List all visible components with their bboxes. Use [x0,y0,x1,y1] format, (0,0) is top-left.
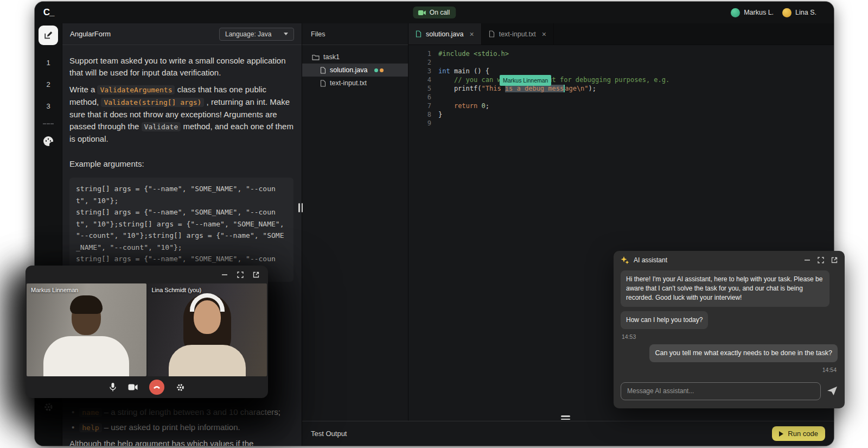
bullet-marker: • [72,421,74,434]
sparkle-icon [621,256,629,264]
timestamp: 14:54 [622,367,837,373]
collaborator-cursor-label: Markus Linneman [500,75,551,86]
topbar: C_ On call Markus L. Lina S. [35,2,834,23]
gear-icon [43,402,54,412]
user-name: Markus L. [744,9,774,16]
language-select-value: Language: Java [225,30,271,38]
file-icon [489,30,495,37]
bottom-bar: Test Output Run code [302,421,834,446]
test-output-label[interactable]: Test Output [311,430,347,438]
argument-list-item: • name – a string of length between 3 an… [72,406,293,419]
tab-text-input-txt[interactable]: text-input.txt × [482,23,554,45]
run-code-button[interactable]: Run code [772,426,825,441]
video-feed-markus: Markus Linneman [27,283,146,376]
close-icon[interactable]: × [542,30,546,38]
task-paragraph: Support team asked you to write a small … [69,55,293,79]
inline-code: Validate(string[] args) [101,98,204,107]
user-message: Can you tell me what exactly needs to be… [649,344,838,362]
play-icon [779,431,783,437]
timestamp: 14:53 [622,333,837,340]
file-icon [416,30,422,37]
files-panel: Files task1 solution.java [302,23,409,421]
tab-solution-java[interactable]: solution.java × [409,23,482,45]
mic-button[interactable] [109,382,117,392]
files-header: Files [302,23,408,45]
task-title: AngularForm [70,30,111,38]
headphones [190,293,225,312]
avatar [782,8,792,17]
tab-label: text-input.txt [499,30,536,38]
open-in-new-icon[interactable] [831,257,838,263]
file-name: text-input.txt [330,79,367,87]
camera-button[interactable] [128,384,138,390]
run-code-label: Run code [788,430,818,438]
folder-icon [312,54,320,60]
panel-resize-handle-horizontal[interactable] [561,415,570,420]
palette-icon [43,136,53,146]
call-feeds: Markus Linneman Lina Schmidt (you) [25,283,268,376]
step-2-button[interactable]: 2 [35,80,62,89]
step-1-button[interactable]: 1 [35,59,62,67]
assistant-message: How can I help you today? [621,311,708,329]
participant-name: Markus Linneman [31,287,78,293]
edit-icon [43,30,53,40]
editor-tabbar: solution.java × text-input.txt × [409,23,834,45]
close-icon[interactable]: × [470,30,474,38]
rail-divider [43,123,54,124]
camera-icon [128,384,138,390]
app-logo: C_ [35,7,62,18]
ai-assistant-panel: AI assistant Hi there! I'm your AI assis… [614,251,845,408]
theme-button[interactable] [43,136,53,146]
call-settings-button[interactable] [176,383,185,392]
participant-name: Lina Schmidt (you) [152,287,202,293]
on-call-badge: On call [413,7,456,18]
minimize-icon[interactable] [221,272,228,278]
hang-up-icon [153,385,161,389]
ai-title: AI assistant [634,256,667,264]
ai-message-list: Hi there! I'm your AI assistant, here to… [614,269,845,379]
fullscreen-icon[interactable] [237,272,244,278]
inline-code: Validate [142,122,181,131]
panel-resize-handle-vertical[interactable] [298,203,303,212]
file-icon [320,67,326,74]
open-in-new-icon[interactable] [253,272,259,278]
inline-code: ValidateArguments [97,85,175,94]
user-chip-markus[interactable]: Markus L. [731,8,774,17]
task-paragraph: Write a ValidateArguments class that has… [69,84,293,145]
minimize-icon[interactable] [804,257,810,263]
assistant-message: Hi there! I'm your AI assistant, here to… [621,270,829,307]
send-button[interactable] [827,386,838,396]
call-controls [25,376,268,398]
gear-icon [176,383,185,392]
topbar-users: Markus L. Lina S. [731,8,834,17]
task-header: AngularForm Language: Java [62,23,302,45]
task-description-button[interactable] [39,26,58,45]
tree-file-text-input-txt[interactable]: text-input.txt [302,77,408,90]
task-paragraph-clipped: Although the help argument has which val… [69,438,293,446]
video-camera-icon [418,10,426,16]
inline-code: help [79,423,101,432]
inline-code: name [79,408,101,417]
example-label: Example arguments: [69,158,293,170]
file-name: solution.java [330,66,368,74]
tab-label: solution.java [426,30,464,38]
ai-window-controls [804,257,838,263]
language-select[interactable]: Language: Java [219,28,294,41]
file-tree: task1 solution.java text-input.txt [302,45,408,90]
file-icon [320,80,326,87]
hang-up-button[interactable] [149,380,164,395]
folder-name: task1 [323,53,340,61]
tree-folder-task1[interactable]: task1 [302,51,408,64]
video-call-window: Markus Linneman Lina Schmidt (you) [25,266,268,398]
step-3-button[interactable]: 3 [35,102,62,110]
call-titlebar [25,266,268,283]
ai-input-row [614,379,845,408]
bullet-marker: • [72,406,74,419]
user-chip-lina[interactable]: Lina S. [782,8,816,17]
mic-icon [109,382,117,392]
ai-message-input[interactable] [621,382,821,400]
collaborator-presence-dots [374,68,384,72]
fullscreen-icon[interactable] [818,257,824,263]
tree-file-solution-java[interactable]: solution.java [302,64,408,77]
settings-button[interactable] [43,402,54,414]
